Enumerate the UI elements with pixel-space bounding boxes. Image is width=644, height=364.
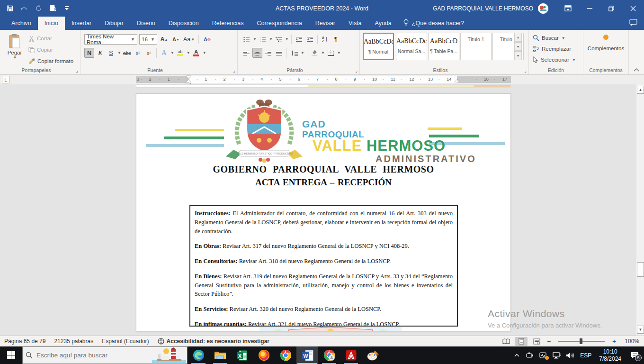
- ribbon-display-options-icon[interactable]: [557, 0, 579, 17]
- restore-button[interactable]: [600, 0, 622, 17]
- page-indicator[interactable]: Página 65 de 79: [0, 338, 50, 345]
- tab-referencias[interactable]: Referencias: [206, 17, 250, 30]
- tab-ayuda[interactable]: Ayuda: [368, 17, 398, 30]
- styles-gallery-expand[interactable]: ▼: [514, 51, 522, 60]
- styles-scroll-down[interactable]: ▼: [514, 42, 522, 51]
- highlight-button[interactable]: ab: [175, 48, 185, 58]
- chevron-down-icon[interactable]: ▼: [269, 37, 273, 41]
- dialog-launcher-icon[interactable]: ⌟: [76, 68, 78, 73]
- tray-chevron-up-icon[interactable]: [510, 346, 523, 364]
- volume-icon[interactable]: [563, 346, 576, 364]
- first-line-indent-marker[interactable]: [186, 76, 191, 79]
- scroll-down-button[interactable]: ▼: [637, 326, 644, 334]
- dialog-launcher-icon[interactable]: ⌟: [524, 68, 527, 73]
- taskbar-file-explorer[interactable]: [209, 346, 231, 364]
- tell-me-box[interactable]: ¿Qué desea hacer?: [398, 17, 469, 30]
- scroll-up-button[interactable]: ▲: [637, 86, 644, 94]
- paste-button[interactable]: Pegar ▼: [3, 34, 27, 68]
- dialog-launcher-icon[interactable]: ⌟: [355, 68, 358, 73]
- taskbar-firefox[interactable]: [253, 346, 275, 364]
- multilevel-list-button[interactable]: [274, 34, 284, 44]
- collapse-ribbon-button[interactable]: [634, 67, 639, 73]
- undo-icon[interactable]: [20, 4, 28, 13]
- align-left-button[interactable]: [242, 48, 251, 58]
- network-icon[interactable]: [550, 346, 563, 364]
- tab-inicio[interactable]: Inicio: [38, 17, 65, 30]
- sort-button[interactable]: AZ: [320, 34, 330, 44]
- chevron-down-icon[interactable]: ▼: [285, 37, 289, 41]
- numbering-button[interactable]: 123: [258, 34, 268, 44]
- copy-button[interactable]: Copiar: [28, 46, 73, 54]
- tab-revisar[interactable]: Revisar: [309, 17, 342, 30]
- zoom-out-button[interactable]: −: [546, 337, 552, 345]
- style-titulo-1[interactable]: AaBbC( Título 1: [460, 33, 492, 60]
- taskbar-search[interactable]: [22, 346, 188, 364]
- dialog-launcher-icon[interactable]: ⌟: [233, 68, 235, 73]
- tab-diseno[interactable]: Diseño: [130, 17, 162, 30]
- zoom-slider-thumb[interactable]: [580, 338, 582, 344]
- tab-disposicion[interactable]: Disposición: [162, 17, 206, 30]
- tray-sync-icon[interactable]: [537, 346, 550, 364]
- find-button[interactable]: Buscar ▼: [533, 34, 576, 42]
- taskbar-clock[interactable]: 10:10 7/8/2024: [595, 348, 625, 363]
- redo-icon[interactable]: [34, 4, 43, 13]
- scrollbar-thumb[interactable]: [637, 262, 644, 277]
- chevron-down-icon[interactable]: ▼: [187, 51, 190, 55]
- show-paragraph-marks-button[interactable]: ¶: [331, 34, 341, 44]
- underline-button[interactable]: S: [106, 48, 116, 58]
- justify-button[interactable]: [274, 48, 284, 58]
- shading-button[interactable]: [310, 48, 320, 58]
- select-button[interactable]: Seleccionar ▼: [533, 55, 576, 64]
- shrink-font-button[interactable]: A▼: [171, 35, 181, 45]
- tab-insertar[interactable]: Insertar: [65, 17, 98, 30]
- line-spacing-button[interactable]: [289, 48, 299, 58]
- styles-scroll-up[interactable]: ▲: [514, 33, 522, 42]
- chevron-down-icon[interactable]: ▼: [117, 51, 121, 55]
- clear-formatting-button[interactable]: A: [202, 35, 212, 45]
- tab-vista[interactable]: Vista: [342, 17, 368, 30]
- language-badge[interactable]: ESP: [576, 352, 595, 359]
- font-size-combobox[interactable]: 16 ▼: [139, 34, 157, 45]
- borders-button[interactable]: [326, 48, 336, 58]
- taskbar-word-active[interactable]: W: [296, 346, 318, 364]
- close-button[interactable]: [622, 0, 644, 17]
- search-highlight-image[interactable]: [152, 347, 186, 364]
- ruler[interactable]: 32112345678910111213141617··············…: [136, 76, 511, 83]
- taskbar-paint3d[interactable]: [362, 346, 384, 364]
- font-color-button[interactable]: A: [191, 48, 201, 58]
- zoom-in-button[interactable]: +: [611, 337, 617, 345]
- cut-button[interactable]: Cortar: [28, 34, 73, 43]
- tab-dibujar[interactable]: Dibujar: [98, 17, 130, 30]
- minimize-button[interactable]: [579, 0, 600, 17]
- save-icon[interactable]: [6, 4, 14, 13]
- word-count[interactable]: 21235 palabras: [50, 338, 98, 345]
- chevron-down-icon[interactable]: ▼: [337, 51, 341, 55]
- align-right-button[interactable]: [263, 48, 273, 58]
- grow-font-button[interactable]: A▲: [159, 35, 169, 45]
- decrease-indent-button[interactable]: [294, 34, 304, 44]
- search-input[interactable]: [36, 352, 131, 359]
- taskbar-chrome-profile[interactable]: [318, 346, 340, 364]
- text-effects-button[interactable]: A: [159, 48, 169, 58]
- style-table-pa[interactable]: AaBbCcD ¶ Table Pa...: [428, 33, 459, 60]
- style-normal-sa[interactable]: AaBbCcDc Normal Sa...: [396, 33, 427, 60]
- start-button[interactable]: [0, 346, 22, 364]
- zoom-slider[interactable]: [558, 341, 605, 342]
- feedback-icon[interactable]: [629, 19, 637, 27]
- read-mode-button[interactable]: [500, 337, 512, 346]
- print-preview-icon[interactable]: [48, 4, 57, 13]
- vertical-scrollbar[interactable]: ▲ ▼: [636, 84, 644, 336]
- taskbar-edge[interactable]: [188, 346, 209, 364]
- change-case-button[interactable]: Aa▼: [183, 35, 195, 45]
- font-family-combobox[interactable]: Times New Roma ▼: [84, 34, 137, 45]
- taskbar-chrome[interactable]: [275, 346, 296, 364]
- tray-camera-icon[interactable]: [523, 346, 537, 364]
- bold-button[interactable]: N: [84, 48, 94, 58]
- action-center-button[interactable]: 5: [625, 346, 644, 364]
- accessibility-status[interactable]: Accesibilidad: es necesario investigar: [153, 338, 274, 345]
- instructions-box[interactable]: Instrucciones: El Administrador del cont…: [189, 205, 458, 327]
- italic-button[interactable]: K: [95, 48, 105, 58]
- addins-button[interactable]: Complementos: [583, 35, 628, 51]
- strikethrough-button[interactable]: abc: [122, 48, 132, 58]
- increase-indent-button[interactable]: [305, 34, 315, 44]
